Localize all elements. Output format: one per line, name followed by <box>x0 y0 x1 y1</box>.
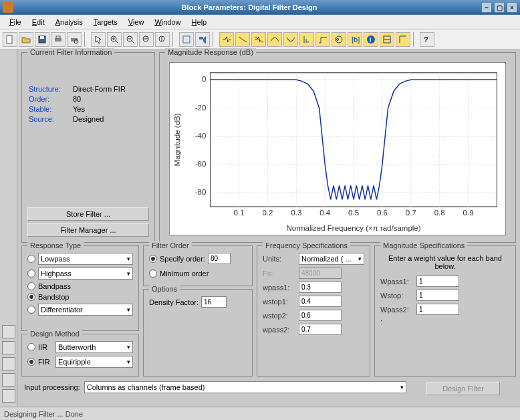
input-wstop2[interactable] <box>299 310 342 321</box>
polezero-icon[interactable] <box>332 32 346 47</box>
help-icon[interactable]: ? <box>420 32 434 47</box>
select-iir[interactable]: Butterworth▾ <box>55 341 133 353</box>
undo-icon[interactable] <box>179 32 194 47</box>
filter-order-panel: Filter Order Specify order: Minimum orde… <box>143 245 253 286</box>
frequency-spec-panel: Frequency Specifications Units:Normalize… <box>257 245 370 377</box>
dock-btn-3[interactable] <box>2 357 15 371</box>
svg-text:-60: -60 <box>195 160 207 168</box>
structure-value: Direct-Form FIR <box>73 85 126 93</box>
radio-fir[interactable] <box>27 358 35 366</box>
coeffs-icon[interactable]: [b] <box>348 32 362 47</box>
info-icon[interactable]: i <box>364 32 378 47</box>
dock-btn-1[interactable] <box>2 325 15 338</box>
label-wstop1: wstop1: <box>263 298 296 306</box>
svg-text:0.6: 0.6 <box>377 209 388 217</box>
menu-targets[interactable]: Targets <box>88 17 123 27</box>
spec-view-icon[interactable] <box>380 32 394 47</box>
dock-btn-5[interactable] <box>2 389 15 403</box>
zoom-x-icon[interactable] <box>139 32 154 47</box>
radio-lowpass[interactable] <box>27 255 35 263</box>
status-bar: Designing Filter ... Done <box>0 407 520 420</box>
radio-iir[interactable] <box>27 343 35 351</box>
svg-text:0.2: 0.2 <box>262 209 273 217</box>
mag-response-icon[interactable] <box>219 32 234 47</box>
radio-bandstop[interactable] <box>27 293 35 301</box>
magphase-icon[interactable] <box>251 32 266 47</box>
menu-analysis[interactable]: Analysis <box>50 17 88 27</box>
group-delay-icon[interactable] <box>267 32 282 47</box>
redo-icon[interactable] <box>195 32 210 47</box>
store-filter-button[interactable]: Store Filter ... <box>27 207 149 221</box>
svg-rect-3 <box>55 38 61 41</box>
input-mag-wpass1[interactable] <box>416 276 459 287</box>
label-mag-wpass1: Wpass1: <box>380 278 414 286</box>
svg-text:?: ? <box>424 35 428 43</box>
label-iir: IIR <box>38 343 53 351</box>
label-specify-order: Specify order: <box>160 255 205 263</box>
stable-label: Stable: <box>29 105 73 113</box>
print-preview-icon[interactable] <box>67 32 82 47</box>
svg-text:0.5: 0.5 <box>348 209 359 217</box>
select-lowpass[interactable]: Lowpass▾ <box>38 253 133 265</box>
options-panel: Options Density Factor: <box>143 289 253 377</box>
select-diff[interactable]: Differentiator▾ <box>38 304 133 316</box>
input-specify-order[interactable] <box>208 253 231 264</box>
label-wpass1: wpass1: <box>263 284 296 292</box>
radio-min-order[interactable] <box>149 270 157 278</box>
radio-diff[interactable] <box>27 306 35 314</box>
svg-text:0: 0 <box>202 75 206 83</box>
input-density[interactable] <box>201 296 227 308</box>
full-view-icon[interactable] <box>396 32 410 47</box>
menu-view[interactable]: View <box>123 17 150 27</box>
open-icon[interactable] <box>19 32 33 47</box>
input-fs <box>299 268 342 279</box>
zoom-in-icon[interactable] <box>107 32 122 47</box>
close-button[interactable]: × <box>507 2 517 13</box>
select-fir[interactable]: Equiripple▾ <box>55 356 133 368</box>
menu-help[interactable]: Help <box>186 17 213 27</box>
zoom-out-icon[interactable] <box>123 32 138 47</box>
svg-text:0.8: 0.8 <box>434 209 445 217</box>
radio-highpass[interactable] <box>27 270 35 278</box>
input-mag-wpass2[interactable] <box>416 304 459 315</box>
minimize-button[interactable]: – <box>481 2 492 13</box>
label-mag-wstop: Wstop: <box>380 292 414 300</box>
print-icon[interactable] <box>51 32 66 47</box>
step-icon[interactable] <box>315 32 330 47</box>
response-type-panel: Response Type Lowpass▾ Highpass▾ Bandpas… <box>21 245 139 331</box>
dock-btn-4[interactable] <box>2 373 15 387</box>
filter-manager-button[interactable]: Filter Manager ... <box>27 223 149 237</box>
menubar: File Edit Analysis Targets View Window H… <box>0 15 520 29</box>
design-method-title: Design Method <box>27 330 82 338</box>
titlebar: Block Parameters: Digital Filter Design … <box>0 0 520 15</box>
source-value: Designed <box>73 115 104 123</box>
select-units[interactable]: Normalized ( ...▾ <box>299 253 364 265</box>
save-icon[interactable] <box>35 32 49 47</box>
app-icon <box>3 2 13 13</box>
impulse-icon[interactable] <box>299 32 314 47</box>
select-input-processing[interactable]: Columns as channels (frame based)▾ <box>84 381 406 393</box>
pointer-icon[interactable] <box>91 32 106 47</box>
phase-response-icon[interactable] <box>235 32 250 47</box>
menu-file[interactable]: File <box>4 17 27 27</box>
maximize-button[interactable]: ▢ <box>494 2 505 13</box>
radio-bandpass[interactable] <box>27 282 35 290</box>
input-mag-wstop[interactable] <box>416 290 459 301</box>
dock-btn-2[interactable] <box>2 341 15 354</box>
options-title: Options <box>149 285 180 293</box>
phase-delay-icon[interactable] <box>283 32 298 47</box>
design-filter-button[interactable]: Design Filter <box>426 382 500 395</box>
input-wpass1[interactable] <box>299 282 342 293</box>
magnitude-spec-panel: Magnitude Specifications Enter a weight … <box>374 245 516 377</box>
radio-specify-order[interactable] <box>149 255 157 263</box>
select-highpass[interactable]: Highpass▾ <box>38 268 133 280</box>
current-filter-info: Current Filter Information Structure:Dir… <box>21 52 155 243</box>
input-wstop1[interactable] <box>299 296 342 307</box>
menu-window[interactable]: Window <box>149 17 186 27</box>
new-icon[interactable] <box>3 32 17 47</box>
menu-edit[interactable]: Edit <box>27 17 50 27</box>
zoom-y-icon[interactable] <box>155 32 170 47</box>
input-wpass2[interactable] <box>299 324 342 335</box>
magnitude-plot[interactable]: 0.10.20.30.40.50.60.70.80.90-20-40-60-80… <box>169 62 506 235</box>
svg-text:Normalized Frequency (×π rad/s: Normalized Frequency (×π rad/sample) <box>287 224 421 232</box>
